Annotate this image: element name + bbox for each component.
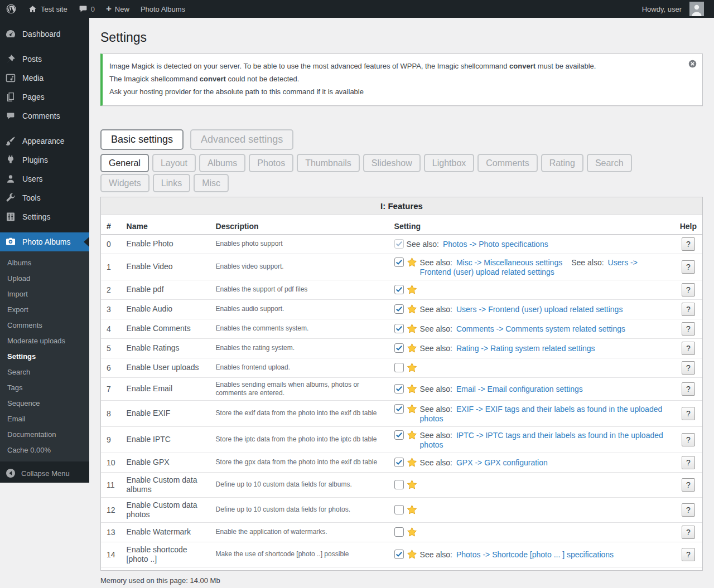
submenu-item-tags[interactable]: Tags	[0, 380, 89, 396]
tab-links[interactable]: Links	[153, 174, 190, 192]
setting-checkbox[interactable]	[394, 384, 404, 393]
help-button[interactable]: ?	[682, 433, 695, 446]
help-button[interactable]: ?	[682, 303, 695, 316]
help-button[interactable]: ?	[682, 237, 695, 251]
row-number: 10	[101, 453, 121, 472]
see-also-group: See also:IPTC -> IPTC tags and their lab…	[420, 431, 663, 449]
see-also-link[interactable]: Photos -> Shortcode [photo ... ] specifi…	[456, 550, 614, 559]
comments-toolbar-link[interactable]: 0	[73, 0, 100, 18]
submenu-item-upload[interactable]: Upload	[0, 271, 89, 286]
see-also-link[interactable]: Rating -> Rating system related settings	[456, 344, 595, 353]
setting-checkbox[interactable]	[394, 404, 404, 414]
submenu-item-import[interactable]: Import	[0, 286, 89, 302]
see-also-link[interactable]: Misc -> Miscellaneous settings	[456, 258, 562, 267]
photo-albums-toolbar-link[interactable]: Photo Albums	[135, 0, 191, 18]
sidebar-item-posts[interactable]: Posts	[0, 50, 89, 69]
setting-checkbox[interactable]	[394, 527, 404, 537]
help-button[interactable]: ?	[682, 407, 695, 420]
tab-misc[interactable]: Misc	[194, 174, 229, 192]
setting-description: Enables frontend upload.	[210, 358, 389, 377]
row-number: 9	[101, 426, 121, 453]
settings-section-tabs: GeneralLayoutAlbumsPhotosThumbnailsSlide…	[100, 154, 664, 192]
tab-comments[interactable]: Comments	[477, 154, 537, 172]
tab-photos[interactable]: Photos	[249, 154, 293, 172]
tab-advanced-settings[interactable]: Advanced settings	[190, 129, 293, 150]
sidebar-item-users[interactable]: Users	[0, 169, 89, 188]
sidebar-item-dashboard[interactable]: Dashboard	[0, 25, 89, 43]
help-button[interactable]: ?	[682, 260, 695, 274]
setting-checkbox[interactable]	[394, 304, 404, 314]
setting-checkbox[interactable]	[394, 324, 404, 333]
submenu-item-moderate-uploads[interactable]: Moderate uploads	[0, 333, 89, 349]
dismiss-notice-button[interactable]	[688, 59, 697, 69]
sidebar-item-settings[interactable]: Settings	[0, 207, 89, 226]
setting-checkbox[interactable]	[394, 550, 404, 559]
sidebar-item-comments[interactable]: Comments	[0, 106, 89, 125]
help-button[interactable]: ?	[682, 548, 695, 561]
collapse-menu-button[interactable]: Collapse Menu	[0, 464, 89, 483]
help-button[interactable]: ?	[682, 283, 695, 297]
setting-checkbox[interactable]	[394, 480, 404, 489]
help-button[interactable]: ?	[682, 478, 695, 492]
setting-checkbox[interactable]	[394, 430, 404, 440]
see-also-link[interactable]: Users -> Frontend (user) upload related …	[456, 305, 623, 314]
submenu-item-settings[interactable]: Settings	[0, 349, 89, 365]
see-also-link[interactable]: Photos -> Photo specifications	[443, 240, 548, 249]
help-button[interactable]: ?	[682, 456, 695, 469]
sidebar-item-plugins[interactable]: Plugins	[0, 150, 89, 169]
setting-checkbox[interactable]	[394, 363, 404, 372]
see-also-links: See also:Users -> Frontend (user) upload…	[420, 304, 669, 314]
setting-checkbox[interactable]	[394, 239, 404, 249]
tab-layout[interactable]: Layout	[152, 154, 196, 172]
see-also-link[interactable]: GPX -> GPX configuration	[456, 458, 548, 467]
help-button[interactable]: ?	[682, 503, 695, 517]
see-also-link[interactable]: IPTC -> IPTC tags and their labels as fo…	[420, 431, 663, 449]
setting-checkbox[interactable]	[394, 257, 404, 267]
help-button[interactable]: ?	[682, 382, 695, 396]
tab-general[interactable]: General	[100, 154, 149, 172]
brush-icon	[4, 135, 17, 147]
howdy-account-menu[interactable]: Howdy, user	[636, 2, 710, 16]
wordpress-logo-menu[interactable]	[0, 0, 22, 18]
see-also-link[interactable]: EXIF -> EXIF tags and their labels as fo…	[420, 405, 663, 423]
sidebar-item-photo-albums[interactable]: Photo Albums	[0, 232, 89, 251]
see-also-link[interactable]: Email -> Email configuration settings	[456, 385, 583, 393]
star-icon	[407, 284, 417, 295]
tab-slideshow[interactable]: Slideshow	[363, 154, 421, 172]
setting-checkbox[interactable]	[394, 458, 404, 467]
notice-line-1: Image Magick is detected on your server.…	[109, 61, 680, 72]
sidebar-item-pages[interactable]: Pages	[0, 88, 89, 106]
setting-checkbox[interactable]	[394, 343, 404, 353]
tab-thumbnails[interactable]: Thumbnails	[297, 154, 360, 172]
tab-rating[interactable]: Rating	[541, 154, 583, 172]
submenu-item-export[interactable]: Export	[0, 302, 89, 318]
sidebar-item-appearance[interactable]: Appearance	[0, 132, 89, 150]
see-also-link[interactable]: Comments -> Comments system related sett…	[456, 324, 625, 333]
submenu-item-sequence[interactable]: Sequence	[0, 396, 89, 411]
help-button[interactable]: ?	[682, 526, 695, 539]
site-name-link[interactable]: Test site	[22, 0, 73, 18]
setting-name: Enable Ratings	[121, 338, 210, 358]
submenu-item-documentation[interactable]: Documentation	[0, 427, 89, 443]
help-button[interactable]: ?	[682, 342, 695, 355]
setting-checkbox[interactable]	[394, 505, 404, 514]
setting-checkbox[interactable]	[394, 285, 404, 294]
see-also-label: See also:	[420, 344, 452, 353]
help-button[interactable]: ?	[682, 322, 695, 336]
tab-basic-settings[interactable]: Basic settings	[100, 129, 184, 150]
new-content-menu[interactable]: + New	[100, 0, 135, 18]
media-icon	[4, 72, 17, 84]
submenu-item-email[interactable]: Email	[0, 411, 89, 427]
submenu-item-comments[interactable]: Comments	[0, 318, 89, 333]
tab-lightbox[interactable]: Lightbox	[424, 154, 475, 172]
submenu-item-albums[interactable]: Albums	[0, 255, 89, 271]
submenu-item-search[interactable]: Search	[0, 365, 89, 380]
sidebar-item-media[interactable]: Media	[0, 69, 89, 88]
sidebar-item-tools[interactable]: Tools	[0, 188, 89, 207]
help-button[interactable]: ?	[682, 361, 695, 375]
tab-albums[interactable]: Albums	[199, 154, 245, 172]
submenu-item-cache-0-00[interactable]: Cache 0.00%	[0, 443, 89, 458]
tab-search[interactable]: Search	[587, 154, 632, 172]
tab-widgets[interactable]: Widgets	[100, 174, 149, 192]
home-icon	[28, 4, 37, 14]
